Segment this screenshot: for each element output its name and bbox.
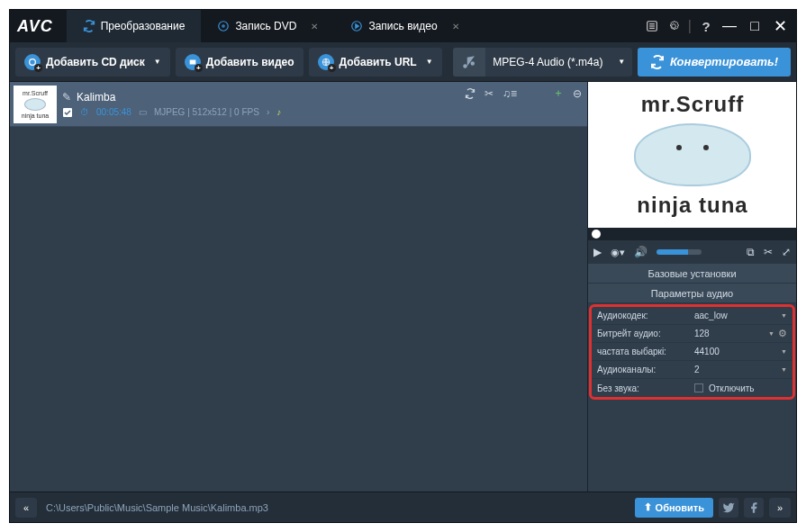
add-url-button[interactable]: + Добавить URL ▼ [309, 48, 442, 77]
param-codec: Аудиокодек: aac_low ▼ [592, 307, 792, 325]
bitrate-select[interactable]: 128 [694, 329, 768, 338]
edit-icon[interactable]: ✎ [62, 91, 71, 104]
chevron-down-icon: ▼ [154, 58, 161, 66]
chevron-down-icon: ▼ [781, 312, 787, 319]
album-character [634, 123, 751, 186]
chevron-down-icon: ▼ [781, 366, 787, 373]
tab-close-icon[interactable]: ✕ [452, 22, 459, 32]
cut-icon[interactable]: ✂ [485, 87, 494, 100]
main-area: mr.Scruff ninja tuna ✎ Kalimba ⏱ 00:05:4… [10, 82, 796, 491]
playlist-icon[interactable]: ♫≡ [503, 87, 517, 100]
svg-point-0 [219, 22, 229, 32]
maximize-button[interactable]: □ [746, 17, 764, 35]
audio-params-header[interactable]: Параметры аудио [588, 284, 796, 303]
tab-record[interactable]: Запись видео ✕ [334, 10, 475, 42]
help-icon[interactable]: ? [699, 19, 713, 33]
refresh-item-icon[interactable] [465, 88, 475, 99]
refresh-icon [83, 20, 95, 32]
chevron-right-icon: › [267, 107, 269, 117]
update-button[interactable]: ⬆ Обновить [635, 498, 713, 518]
output-format-select[interactable]: MPEG-4 Audio (*.m4a) ▼ [453, 48, 633, 77]
volume-icon[interactable]: 🔊 [634, 246, 648, 258]
codec-select[interactable]: aac_low [694, 311, 781, 320]
add-icon[interactable]: ＋ [553, 86, 564, 101]
disc-icon [217, 20, 230, 32]
expand-icon[interactable]: ⤢ [782, 246, 791, 258]
param-samplerate: частата выбаркі: 44100 ▼ [592, 343, 792, 361]
tab-convert[interactable]: Преобразование [67, 10, 202, 42]
file-item[interactable]: mr.Scruff ninja tuna ✎ Kalimba ⏱ 00:05:4… [10, 82, 587, 127]
tab-label: Запись DVD [235, 20, 296, 32]
chevron-down-icon: ▼ [768, 330, 774, 337]
mute-checkbox[interactable] [694, 383, 703, 392]
seek-bar[interactable] [588, 228, 796, 240]
music-note-icon [453, 48, 485, 77]
collapse-left-button[interactable]: « [15, 498, 37, 518]
file-title: Kalimba [77, 91, 115, 104]
file-duration: 00:05:48 [96, 107, 131, 117]
album-art: mr.Scruff ninja tuna [588, 82, 796, 228]
music-icon: ♪ [276, 107, 281, 117]
expand-right-button[interactable]: » [769, 498, 791, 518]
tab-label: Преобразование [101, 20, 186, 32]
svg-point-7 [30, 59, 36, 65]
add-cd-button[interactable]: + Добавить CD диск ▼ [15, 48, 170, 77]
convert-icon [650, 55, 665, 69]
minimize-button[interactable]: — [720, 17, 738, 35]
audio-params-panel: Аудиокодек: aac_low ▼ Битрейт аудио: 128… [589, 304, 795, 400]
twitter-button[interactable] [719, 498, 738, 518]
tab-close-icon[interactable]: ✕ [311, 22, 318, 32]
svg-point-1 [222, 25, 224, 27]
channels-select[interactable]: 2 [694, 365, 781, 374]
volume-slider[interactable] [657, 249, 702, 255]
param-channels: Аудиоканалы: 2 ▼ [592, 361, 792, 379]
chevron-down-icon: ▼ [611, 58, 632, 66]
chevron-down-icon: ▼ [781, 348, 787, 355]
settings-icon[interactable] [666, 19, 681, 33]
statusbar: « C:\Users\Public\Music\Sample Music\Kal… [10, 491, 796, 522]
samplerate-select[interactable]: 44100 [694, 347, 781, 356]
snapshot-button[interactable]: ◉▾ [611, 247, 625, 258]
play-circle-icon [350, 20, 363, 32]
file-thumbnail: mr.Scruff ninja tuna [14, 86, 57, 123]
convert-button[interactable]: Конвертировать! [638, 48, 791, 77]
disc-add-icon: + [24, 54, 41, 70]
remove-icon[interactable]: ⊖ [573, 87, 582, 100]
clock-icon: ⏱ [80, 107, 89, 117]
toolbar: + Добавить CD диск ▼ + Добавить видео + … [10, 42, 796, 82]
close-button[interactable]: ✕ [771, 17, 789, 35]
titlebar: AVC Преобразование Запись DVD ✕ Запись в… [10, 10, 796, 42]
svg-rect-8 [189, 59, 195, 64]
facebook-button[interactable] [744, 498, 764, 518]
list-icon[interactable] [645, 19, 659, 33]
popout-icon[interactable]: ⧉ [747, 246, 755, 258]
checkbox[interactable] [62, 107, 73, 118]
player-controls: ▶ ◉▾ 🔊 ⧉ ✂ ⤢ [588, 240, 796, 264]
output-path: C:\Users\Public\Music\Sample Music\Kalim… [46, 502, 268, 513]
play-button[interactable]: ▶ [593, 246, 602, 258]
file-codec: MJPEG | 512x512 | 0 FPS [154, 107, 259, 117]
upload-icon: ⬆ [644, 501, 652, 513]
globe-add-icon: + [318, 54, 334, 70]
gear-icon[interactable]: ⚙ [778, 328, 787, 339]
app-logo: AVC [17, 17, 53, 36]
chevron-down-icon: ▼ [426, 58, 433, 66]
param-bitrate: Битрейт аудио: 128 ▼ ⚙ [592, 325, 792, 343]
app-window: AVC Преобразование Запись DVD ✕ Запись в… [9, 9, 797, 523]
tab-label: Запись видео [368, 20, 437, 32]
basic-settings-header[interactable]: Базовые установки [588, 264, 796, 284]
cut-icon[interactable]: ✂ [764, 246, 773, 258]
film-icon: ▭ [139, 107, 147, 117]
sidebar: mr.Scruff ninja tuna ▶ ◉▾ 🔊 ⧉ ✂ ⤢ Базовы… [587, 82, 796, 491]
add-video-button[interactable]: + Добавить видео [176, 48, 303, 77]
video-add-icon: + [185, 54, 201, 70]
param-mute: Без звука: Отключить [592, 379, 792, 397]
file-list: mr.Scruff ninja tuna ✎ Kalimba ⏱ 00:05:4… [10, 82, 587, 491]
tab-dvd[interactable]: Запись DVD ✕ [201, 10, 334, 42]
